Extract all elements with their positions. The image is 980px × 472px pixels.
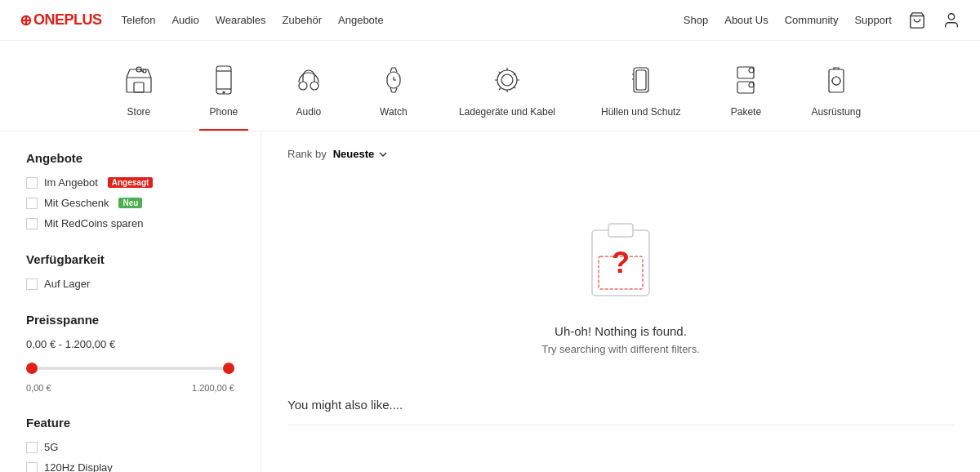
svg-rect-3 [134,82,144,92]
main-content: Angebote Im Angebot Angesagt Mit Geschen… [0,131,980,472]
filter-120hz[interactable]: 120Hz Display [26,461,234,472]
ausruestung-icon [817,60,856,100]
checkbox-120hz[interactable] [26,462,38,473]
checkbox-redcoins[interactable] [26,218,38,229]
svg-point-9 [223,91,225,93]
filter-redcoins[interactable]: Mit RedCoins sparen [26,217,234,229]
filter-5g[interactable]: 5G [26,441,234,453]
cart-button[interactable] [908,11,926,29]
logo[interactable]: ⊕ ONEPLUS [20,11,102,29]
category-phone[interactable]: Phone [181,54,266,131]
filter-angebote-title: Angebote [26,151,234,165]
link-about[interactable]: About Us [724,14,768,26]
cases-icon [621,60,661,100]
filter-im-angebot[interactable]: Im Angebot Angesagt [26,176,234,189]
svg-rect-31 [608,224,633,237]
header-left: ⊕ ONEPLUS Telefon Audio Wearables Zubehö… [20,11,384,29]
filter-mit-geschenk-label: Mit Geschenk [44,197,109,209]
rank-value: Neueste [333,148,375,160]
category-store[interactable]: Store [96,54,181,131]
badge-neu: Neu [118,198,142,208]
svg-rect-6 [216,66,231,94]
empty-state: ? Uh-oh! Nothing is found. Try searching… [287,183,954,372]
checkbox-im-angebot[interactable] [26,177,38,189]
nav-telefon[interactable]: Telefon [122,14,156,26]
filter-5g-label: 5G [44,441,58,453]
category-charger-label: Ladegeräte und Kabel [459,106,555,118]
rank-select[interactable]: Neueste [333,145,390,163]
slider-thumb-min[interactable] [26,363,38,374]
you-might-like-section: You might also like.... [287,398,954,439]
logo-text: ONEPLUS [33,11,102,29]
nav-zubehoer[interactable]: Zubehör [283,14,322,26]
chevron-down-icon [377,149,389,160]
nav-angebote[interactable]: Angebote [338,14,384,26]
cart-icon [908,11,926,29]
svg-rect-2 [127,78,151,92]
you-might-like-title: You might also like.... [287,398,954,412]
svg-point-23 [749,68,754,73]
svg-point-25 [832,77,840,85]
svg-point-10 [299,82,307,90]
clipboard-icon: ? [584,216,657,308]
checkbox-auf-lager[interactable] [26,278,38,290]
rank-bar: Rank by Neueste [287,145,954,163]
category-cases[interactable]: Hüllen und Schutz [578,54,703,131]
account-button[interactable] [942,11,960,29]
badge-angesagt: Angesagt [108,177,154,188]
category-store-label: Store [127,106,151,118]
slider-thumb-max[interactable] [223,363,234,374]
category-watch[interactable]: Watch [351,54,436,131]
slider-track [26,367,234,370]
category-watch-label: Watch [380,106,408,118]
filter-verfuegbarkeit-title: Verfügbarkeit [26,252,234,266]
svg-rect-18 [636,70,646,90]
store-icon [119,60,158,100]
category-phone-label: Phone [210,106,238,118]
filter-auf-lager-label: Auf Lager [44,278,90,290]
link-support[interactable]: Support [854,14,892,26]
phone-icon [204,60,243,100]
filter-angebote: Angebote Im Angebot Angesagt Mit Geschen… [26,151,234,229]
watch-icon [374,60,413,100]
category-audio[interactable]: Audio [266,54,351,131]
sidebar: Angebote Im Angebot Angesagt Mit Geschen… [0,131,261,472]
category-pakete[interactable]: Pakete [703,54,788,131]
checkbox-5g[interactable] [26,442,38,453]
audio-icon [289,60,328,100]
price-labels: 0,00 € 1.200,00 € [26,383,234,393]
link-community[interactable]: Community [785,14,839,26]
main-nav: Telefon Audio Wearables Zubehör Angebote [122,14,384,26]
nav-audio[interactable]: Audio [172,14,198,26]
account-icon [942,11,960,29]
link-shop[interactable]: Shop [684,14,708,26]
logo-plus: ⊕ [20,11,32,29]
svg-point-16 [501,74,513,86]
nav-wearables[interactable]: Wearables [216,14,266,26]
filter-mit-geschenk[interactable]: Mit Geschenk Neu [26,197,234,209]
filter-preisspanne: Preisspanne 0,00 € - 1.200,00 € 0,00 € 1… [26,313,234,393]
filter-auf-lager[interactable]: Auf Lager [26,278,234,290]
header-right: Shop About Us Community Support [684,11,960,29]
svg-point-24 [749,82,754,87]
main-area: Rank by Neueste ? Uh-oh! Nothing is foun… [261,131,980,472]
price-slider[interactable] [26,360,234,376]
category-ausruestung[interactable]: Ausrüstung [788,54,884,131]
empty-title: Uh-oh! Nothing is found. [555,324,687,338]
filter-preisspanne-title: Preisspanne [26,313,234,327]
charger-icon [488,60,527,100]
price-range-label: 0,00 € - 1.200,00 € [26,338,234,350]
category-pakete-label: Pakete [731,106,761,118]
category-charger[interactable]: Ladegeräte und Kabel [436,54,578,131]
category-cases-label: Hüllen und Schutz [601,106,680,118]
svg-point-11 [310,82,318,90]
svg-text:?: ? [612,246,630,279]
category-ausruestung-label: Ausrüstung [811,106,861,118]
rank-label: Rank by [287,148,327,160]
filter-redcoins-label: Mit RedCoins sparen [44,217,143,229]
empty-subtitle: Try searching with different filters. [541,343,700,355]
filter-feature-title: Feature [26,416,234,430]
category-audio-label: Audio [296,106,322,118]
checkbox-mit-geschenk[interactable] [26,198,38,209]
filter-verfuegbarkeit: Verfügbarkeit Auf Lager [26,252,234,290]
